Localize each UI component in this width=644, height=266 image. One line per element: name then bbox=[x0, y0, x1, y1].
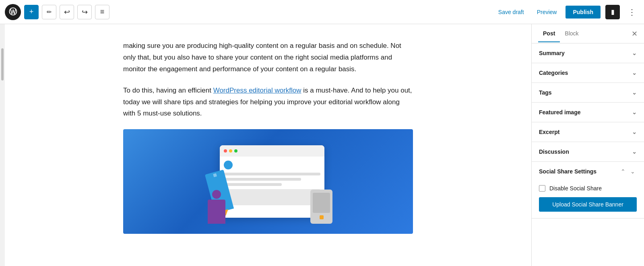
more-options-button[interactable]: ⋮ bbox=[625, 5, 639, 19]
accordion-featured-image-label: Featured image bbox=[539, 109, 580, 115]
monitor-screen bbox=[313, 193, 330, 213]
accordion-tags: Tags ⌄ bbox=[532, 83, 644, 103]
panel-content[interactable]: Summary ⌄ Categories ⌄ Tags ⌄ bbox=[532, 43, 644, 266]
person-body bbox=[208, 200, 225, 224]
add-icon: + bbox=[29, 8, 34, 16]
main-layout: making sure you are producing high-quali… bbox=[0, 24, 644, 266]
social-share-body: Disable Social Share Upload Social Share… bbox=[532, 181, 644, 218]
browser-content-box bbox=[224, 189, 320, 205]
dot-red bbox=[224, 149, 227, 153]
accordion-excerpt-chevron: ⌄ bbox=[632, 129, 637, 135]
accordion-discussion-chevron: ⌄ bbox=[632, 148, 637, 155]
preview-button[interactable]: Preview bbox=[533, 6, 561, 18]
paragraph-2-prefix: To do this, having an efficient bbox=[123, 87, 213, 94]
accordion-discussion-label: Discussion bbox=[539, 148, 569, 155]
disable-social-share-row: Disable Social Share bbox=[539, 185, 637, 192]
accordion-summary-label: Summary bbox=[539, 50, 565, 56]
device-monitor bbox=[310, 190, 332, 224]
editor-content: making sure you are producing high-quali… bbox=[123, 40, 413, 234]
social-share-header[interactable]: Social Share Settings ⌃ ⌄ bbox=[532, 162, 644, 181]
browser-body bbox=[220, 157, 324, 209]
topbar: Ⓦ + ✏ ↩ ↪ ≡ Save draft Preview Publish ▮… bbox=[0, 0, 644, 24]
browser-bar bbox=[220, 145, 324, 157]
accordion-tags-header[interactable]: Tags ⌄ bbox=[532, 83, 644, 102]
accordion-discussion: Discussion ⌄ bbox=[532, 142, 644, 162]
social-share-section: Social Share Settings ⌃ ⌄ Disable Social… bbox=[532, 162, 644, 219]
dot-yellow bbox=[229, 149, 232, 153]
editorial-workflow-link[interactable]: WordPress editorial workflow bbox=[213, 87, 301, 94]
topbar-actions: Save draft Preview Publish ▮ ⋮ bbox=[494, 5, 639, 19]
browser-line-2 bbox=[224, 178, 301, 181]
layout-toggle-button[interactable]: ▮ bbox=[605, 5, 620, 19]
article-image bbox=[123, 129, 413, 234]
browser-line-3 bbox=[224, 183, 282, 186]
paragraph-2[interactable]: To do this, having an efficient WordPres… bbox=[123, 85, 413, 120]
accordion-featured-image-chevron: ⌄ bbox=[632, 109, 637, 115]
social-share-title: Social Share Settings bbox=[539, 168, 619, 175]
accordion-tags-label: Tags bbox=[539, 89, 552, 96]
accordion-categories-header[interactable]: Categories ⌄ bbox=[532, 63, 644, 82]
monitor-button bbox=[320, 215, 324, 219]
editor-area[interactable]: making sure you are producing high-quali… bbox=[5, 24, 531, 266]
dot-green bbox=[234, 149, 237, 153]
accordion-categories: Categories ⌄ bbox=[532, 63, 644, 83]
pencil-eraser bbox=[213, 173, 217, 177]
illustration-container bbox=[204, 139, 332, 224]
disable-social-share-checkbox[interactable] bbox=[539, 185, 545, 192]
list-view-button[interactable]: ≡ bbox=[95, 5, 109, 19]
social-share-arrows: ⌃ ⌄ bbox=[619, 167, 637, 175]
accordion-featured-image-header[interactable]: Featured image ⌄ bbox=[532, 103, 644, 122]
publish-button[interactable]: Publish bbox=[566, 6, 601, 19]
accordion-summary-header[interactable]: Summary ⌄ bbox=[532, 43, 644, 63]
accordion-summary-chevron: ⌄ bbox=[632, 50, 637, 56]
accordion-discussion-header[interactable]: Discussion ⌄ bbox=[532, 142, 644, 161]
accordion-excerpt-label: Excerpt bbox=[539, 129, 559, 135]
tab-block[interactable]: Block bbox=[560, 25, 583, 42]
browser-window bbox=[220, 145, 324, 218]
undo-button[interactable]: ↩ bbox=[60, 5, 74, 19]
panel-tabs: Post Block ✕ bbox=[532, 24, 644, 43]
accordion-featured-image: Featured image ⌄ bbox=[532, 103, 644, 122]
wp-logo-text: Ⓦ bbox=[9, 6, 17, 17]
redo-icon: ↪ bbox=[82, 8, 88, 16]
browser-avatar bbox=[224, 161, 233, 169]
upload-social-share-banner-button[interactable]: Upload Social Share Banner bbox=[539, 197, 637, 212]
more-icon: ⋮ bbox=[628, 7, 636, 17]
paragraph-1[interactable]: making sure you are producing high-quali… bbox=[123, 40, 413, 75]
accordion-categories-label: Categories bbox=[539, 70, 568, 76]
undo-icon: ↩ bbox=[64, 8, 70, 16]
wp-logo-icon: Ⓦ bbox=[5, 4, 21, 20]
edit-icon: ✏ bbox=[47, 8, 52, 16]
accordion-tags-chevron: ⌄ bbox=[632, 89, 637, 96]
right-panel: Post Block ✕ Summary ⌄ Categories ⌄ bbox=[531, 24, 644, 266]
layout-icon: ▮ bbox=[611, 8, 615, 16]
accordion-categories-chevron: ⌄ bbox=[632, 70, 637, 76]
accordion-summary: Summary ⌄ bbox=[532, 43, 644, 63]
browser-line-1 bbox=[224, 173, 320, 175]
add-block-button[interactable]: + bbox=[24, 5, 39, 19]
tab-post[interactable]: Post bbox=[538, 25, 560, 42]
redo-button[interactable]: ↪ bbox=[77, 5, 92, 19]
list-icon: ≡ bbox=[100, 8, 105, 16]
edit-mode-button[interactable]: ✏ bbox=[42, 5, 56, 19]
disable-social-share-label[interactable]: Disable Social Share bbox=[549, 185, 602, 192]
social-share-down-button[interactable]: ⌄ bbox=[629, 167, 637, 175]
editor-scrollbar-track[interactable] bbox=[0, 24, 5, 266]
person-head bbox=[212, 190, 221, 199]
save-draft-button[interactable]: Save draft bbox=[494, 6, 528, 18]
person-figure bbox=[208, 190, 225, 224]
browser-profile-row bbox=[224, 161, 320, 169]
editor-scrollbar-thumb[interactable] bbox=[1, 48, 4, 80]
social-share-up-button[interactable]: ⌃ bbox=[619, 167, 627, 175]
close-panel-button[interactable]: ✕ bbox=[632, 29, 638, 38]
accordion-excerpt: Excerpt ⌄ bbox=[532, 122, 644, 142]
accordion-excerpt-header[interactable]: Excerpt ⌄ bbox=[532, 122, 644, 142]
